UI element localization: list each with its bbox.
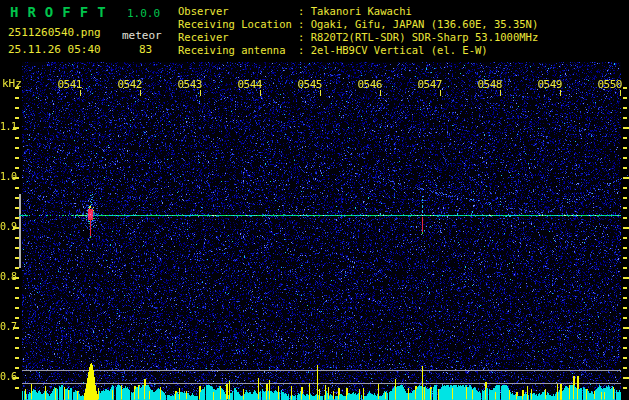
- time-tick-label: 0548: [475, 78, 502, 91]
- observation-timestamp: 25.11.26 05:40: [8, 43, 101, 56]
- spectrogram-canvas: [0, 60, 629, 400]
- app-title: HROFFT: [10, 4, 115, 20]
- freq-tick-label: 1.0: [0, 171, 14, 182]
- info-label: Receiving antenna: [178, 44, 285, 57]
- mode-label: meteor: [122, 29, 162, 42]
- info-label: Observer: [178, 5, 229, 18]
- info-value: : Ogaki, Gifu, JAPAN (136.60E, 35.35N): [298, 18, 538, 31]
- time-tick-label: 0547: [415, 78, 442, 91]
- info-label: Receiver: [178, 31, 229, 44]
- freq-tick-label: 0.6: [0, 371, 14, 382]
- freq-tick-label: 1.1: [0, 121, 14, 132]
- time-tick-label: 0542: [115, 78, 142, 91]
- freq-tick-label: 0.9: [0, 221, 14, 232]
- time-tick-label: 0543: [175, 78, 202, 91]
- freq-tick-label: 0.8: [0, 271, 14, 282]
- hourly-echo-count: 83: [139, 43, 152, 56]
- station-info-row: Receiving antenna: 2el-HB9CV Vertical (e…: [178, 44, 628, 57]
- info-value: : Takanori Kawachi: [298, 5, 412, 18]
- station-info-row: Receiving Location: Ogaki, Gifu, JAPAN (…: [178, 18, 628, 31]
- time-tick-label: 0545: [295, 78, 322, 91]
- station-info-row: Observer: Takanori Kawachi: [178, 5, 628, 18]
- info-label: Receiving Location: [178, 18, 292, 31]
- app-version: 1.0.0: [127, 7, 160, 20]
- station-info-block: Observer: Takanori KawachiReceiving Loca…: [178, 5, 628, 57]
- output-filename: 2511260540.png: [8, 26, 101, 39]
- time-tick-label: 0541: [55, 78, 82, 91]
- info-value: : R820T2(RTL-SDR) SDR-Sharp 53.1000MHz: [298, 31, 538, 44]
- info-value: : 2el-HB9CV Vertical (el. E-W): [298, 44, 488, 57]
- time-tick-label: 0550: [595, 78, 622, 91]
- hrofft-output-screen: HROFFT 1.0.0 2511260540.png meteor 25.11…: [0, 0, 629, 400]
- time-tick-label: 0544: [235, 78, 262, 91]
- time-tick-label: 0546: [355, 78, 382, 91]
- time-tick-label: 0549: [535, 78, 562, 91]
- station-info-row: Receiver: R820T2(RTL-SDR) SDR-Sharp 53.1…: [178, 31, 628, 44]
- freq-tick-label: 0.7: [0, 321, 14, 332]
- y-axis-unit-label: kHz: [2, 77, 22, 90]
